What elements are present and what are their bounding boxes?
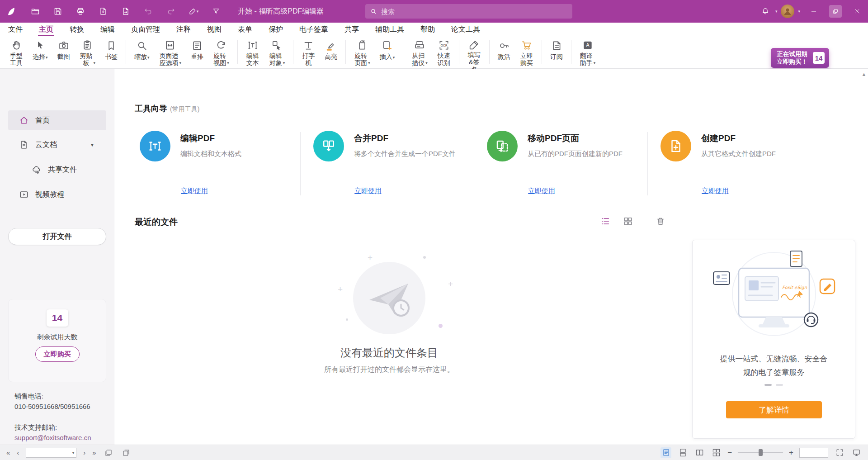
save-icon[interactable]	[52, 5, 64, 18]
ribbon-tool-fill-sign[interactable]: 填写&签名	[463, 38, 485, 66]
restore-button[interactable]	[825, 0, 846, 23]
minimize-button[interactable]	[803, 0, 825, 23]
fit-screen-button[interactable]	[834, 447, 845, 458]
quick-tool-pen-icon[interactable]: ▾	[187, 5, 200, 18]
page-input-caret-icon[interactable]: ▾	[72, 451, 75, 455]
sidebar-item-home[interactable]: 首页	[8, 110, 106, 130]
ribbon-tool-activate[interactable]: 激活	[494, 38, 514, 66]
grid-view-button[interactable]	[621, 214, 635, 228]
ribbon-tool-edit-text[interactable]: 编辑文本	[242, 38, 264, 66]
edit-pdf-icon	[140, 131, 170, 161]
search-box[interactable]	[365, 4, 572, 19]
card-merge-pdf[interactable]: 合并PDF 将多个文件合并生成一个PDF文件 立即使用	[313, 131, 481, 199]
continuous-facing-view-button[interactable]	[711, 447, 722, 458]
sidebar-item-shared-files[interactable]: 共享文件	[8, 160, 106, 180]
facing-view-button[interactable]	[694, 447, 705, 458]
zoom-slider-thumb[interactable]	[759, 449, 763, 456]
open-file-icon[interactable]	[29, 5, 42, 18]
use-now-link[interactable]: 立即使用	[181, 187, 208, 195]
last-page-button[interactable]: »	[92, 449, 96, 456]
trial-buy-badge[interactable]: 正在试用期 立即购买！ 14	[771, 48, 830, 68]
menu-form[interactable]: 表单	[238, 23, 252, 36]
ribbon-tool-bookmark[interactable]: 书签	[101, 38, 122, 66]
redo-icon[interactable]	[165, 5, 177, 18]
use-now-link[interactable]: 立即使用	[702, 187, 729, 195]
single-page-view-button[interactable]	[660, 447, 671, 458]
card-create-pdf[interactable]: 创建PDF 从其它格式文件创建PDF 立即使用	[660, 131, 828, 199]
ribbon-tool-subscribe[interactable]: 订阅	[546, 38, 567, 66]
menu-share[interactable]: 共享	[344, 23, 359, 36]
card-edit-pdf[interactable]: 编辑PDF 编辑文档和文本格式 立即使用	[140, 131, 307, 199]
zoom-level-input[interactable]	[799, 448, 828, 458]
menu-accessibility[interactable]: 辅助工具	[375, 23, 404, 36]
notification-bell-icon[interactable]	[759, 5, 772, 18]
zoom-in-button[interactable]: +	[789, 449, 793, 456]
next-view-button[interactable]	[121, 447, 132, 458]
menu-view[interactable]: 视图	[207, 23, 222, 36]
fullscreen-button[interactable]	[851, 447, 862, 458]
ribbon-tool-insert-pages[interactable]: 插入	[376, 38, 399, 66]
menu-edit[interactable]: 编辑	[100, 23, 115, 36]
menu-protect[interactable]: 保护	[269, 23, 283, 36]
undo-icon[interactable]	[142, 5, 155, 18]
use-now-link[interactable]: 立即使用	[528, 187, 555, 195]
ribbon-tool-zoom[interactable]: 缩放	[130, 38, 154, 66]
print-icon[interactable]	[74, 5, 87, 18]
dropdown-caret[interactable]: ▾	[775, 9, 778, 14]
ribbon-tool-select[interactable]: 选择	[28, 38, 52, 66]
clear-recent-trash-button[interactable]	[654, 214, 667, 228]
carousel-dot[interactable]	[776, 384, 783, 386]
sparkle-dot	[439, 324, 443, 328]
ribbon-tool-buy-now[interactable]: 立即购买	[516, 38, 538, 66]
continuous-view-button[interactable]	[677, 447, 688, 458]
menu-comment[interactable]: 注释	[176, 23, 191, 36]
ribbon-tool-rotate-pages[interactable]: 旋转页面	[350, 38, 374, 66]
ribbon-tool-ocr[interactable]: OCR 快速识别	[433, 38, 455, 66]
sidebar-item-video-tutorials[interactable]: 视频教程	[8, 185, 106, 204]
menu-file[interactable]: 文件	[8, 23, 23, 36]
prev-page-button[interactable]: ‹	[17, 449, 19, 456]
ribbon-tool-snapshot[interactable]: 截图	[53, 38, 74, 66]
close-button[interactable]	[846, 0, 868, 23]
next-page-button[interactable]: ›	[83, 449, 85, 456]
ribbon-tool-fit-page[interactable]: 页面适应选项	[155, 38, 186, 66]
sidebar-item-cloud-docs[interactable]: 云文档 ▼	[8, 135, 106, 155]
ribbon-tool-typewriter[interactable]: 打字机	[297, 38, 319, 66]
collapse-ribbon-icon[interactable]	[210, 5, 222, 18]
ribbon-tool-highlight[interactable]: 高亮	[321, 38, 341, 66]
export-icon[interactable]	[97, 5, 109, 18]
open-file-button[interactable]: 打开文件	[8, 228, 106, 245]
search-input[interactable]	[381, 8, 568, 15]
zoom-out-button[interactable]: −	[727, 449, 732, 456]
menu-esign[interactable]: 电子签章	[299, 23, 328, 36]
use-now-link[interactable]: 立即使用	[354, 187, 382, 195]
zoom-slider[interactable]	[738, 452, 783, 453]
dropdown-caret[interactable]: ▾	[798, 9, 800, 14]
carousel-dot-active[interactable]	[764, 384, 772, 386]
content-scrollbar[interactable]: ▲	[861, 71, 867, 77]
support-email-link[interactable]: support@foxitsoftware.cn	[14, 432, 91, 443]
menu-home[interactable]: 主页	[39, 23, 53, 36]
list-view-button[interactable]	[599, 214, 612, 228]
ribbon-tool-clipboard[interactable]: 剪贴板	[75, 38, 100, 66]
previous-view-button[interactable]	[103, 447, 114, 458]
buy-now-button[interactable]: 立即购买	[35, 346, 80, 362]
ribbon-tool-reflow[interactable]: 重排	[187, 38, 208, 66]
menu-paper-tools[interactable]: 论文工具	[451, 23, 480, 36]
first-page-button[interactable]: «	[6, 449, 10, 456]
ribbon-tool-rotate-view[interactable]: 旋转视图	[209, 38, 233, 66]
page-input-box[interactable]: ▾	[26, 448, 76, 458]
page-number-input[interactable]	[28, 449, 72, 456]
ribbon-tool-edit-object[interactable]: 编辑对象	[265, 38, 289, 66]
learn-more-button[interactable]: 了解详情	[726, 401, 822, 418]
user-avatar[interactable]	[781, 5, 794, 18]
chevron-down-icon[interactable]: ▼	[90, 142, 94, 147]
ribbon-tool-hand[interactable]: 手型工具	[5, 38, 27, 66]
menu-convert[interactable]: 转换	[70, 23, 84, 36]
share-icon[interactable]	[119, 5, 132, 18]
menu-page-organize[interactable]: 页面管理	[131, 23, 160, 36]
ribbon-tool-scanner[interactable]: 从扫描仪	[407, 38, 432, 66]
menu-help[interactable]: 帮助	[420, 23, 435, 36]
ribbon-tool-translate[interactable]: A 翻译助手	[576, 38, 600, 66]
card-move-pdf-pages[interactable]: 移动PDF页面 从已有的PDF页面创建新的PDF 立即使用	[487, 131, 654, 199]
